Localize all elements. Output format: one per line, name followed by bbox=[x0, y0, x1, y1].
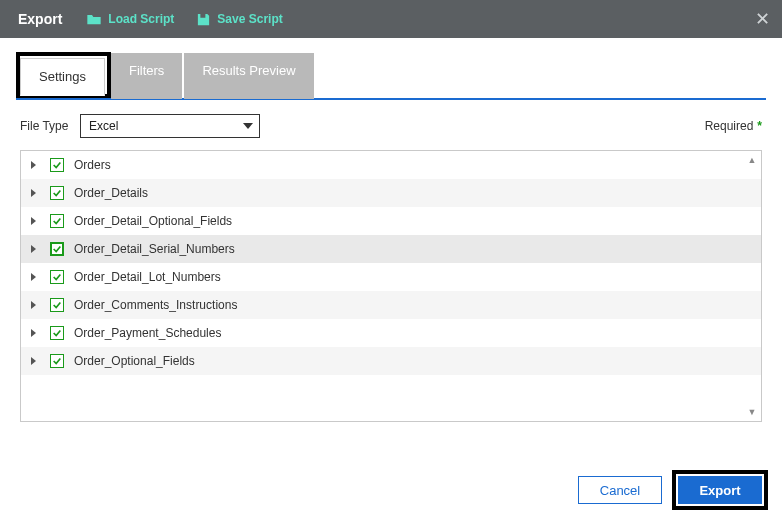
tabs-container: Settings Filters Results Preview bbox=[0, 38, 782, 100]
tree-label: Orders bbox=[74, 158, 111, 172]
dialog-header: Export Load Script Save Script ✕ bbox=[0, 0, 782, 38]
load-script-label: Load Script bbox=[108, 12, 174, 26]
checkbox-order-optional-fields[interactable] bbox=[50, 354, 64, 368]
tab-settings-label: Settings bbox=[39, 69, 86, 84]
export-button-label: Export bbox=[699, 483, 740, 498]
tree-row-order-detail-serial-numbers[interactable]: Order_Detail_Serial_Numbers bbox=[21, 235, 761, 263]
expand-caret-icon[interactable] bbox=[31, 161, 36, 169]
checkbox-order-detail-serial-numbers[interactable] bbox=[50, 242, 64, 256]
tree-row-order-detail-lot-numbers[interactable]: Order_Detail_Lot_Numbers bbox=[21, 263, 761, 291]
dialog-footer: Cancel Export bbox=[578, 470, 768, 510]
load-script-button[interactable]: Load Script bbox=[86, 12, 174, 26]
file-type-label: File Type bbox=[20, 119, 80, 133]
tab-filters[interactable]: Filters bbox=[111, 53, 182, 99]
dialog-title: Export bbox=[18, 11, 62, 27]
export-button[interactable]: Export bbox=[678, 476, 762, 504]
expand-caret-icon[interactable] bbox=[31, 329, 36, 337]
file-type-value: Excel bbox=[89, 119, 118, 133]
expand-caret-icon[interactable] bbox=[31, 273, 36, 281]
required-label: Required bbox=[705, 119, 754, 133]
tree-row-order-detail-optional-fields[interactable]: Order_Detail_Optional_Fields bbox=[21, 207, 761, 235]
checkbox-order-detail-optional-fields[interactable] bbox=[50, 214, 64, 228]
tab-filters-label: Filters bbox=[129, 63, 164, 78]
export-button-highlight: Export bbox=[672, 470, 768, 510]
tree-label: Order_Detail_Lot_Numbers bbox=[74, 270, 221, 284]
file-type-select[interactable]: Excel bbox=[80, 114, 260, 138]
checkbox-order-comments-instructions[interactable] bbox=[50, 298, 64, 312]
export-tree-scroll[interactable]: Orders Order_Details Order_Detail_Option… bbox=[21, 151, 761, 421]
expand-caret-icon[interactable] bbox=[31, 189, 36, 197]
close-icon: ✕ bbox=[755, 9, 770, 29]
file-type-row: File Type Excel Required* bbox=[20, 114, 762, 138]
checkbox-order-detail-lot-numbers[interactable] bbox=[50, 270, 64, 284]
required-star-icon: * bbox=[757, 119, 762, 133]
expand-caret-icon[interactable] bbox=[31, 357, 36, 365]
expand-caret-icon[interactable] bbox=[31, 245, 36, 253]
scroll-up-arrow-icon[interactable]: ▲ bbox=[745, 153, 759, 167]
checkbox-order-payment-schedules[interactable] bbox=[50, 326, 64, 340]
close-button[interactable]: ✕ bbox=[755, 10, 770, 28]
checkbox-orders[interactable] bbox=[50, 158, 64, 172]
save-icon bbox=[196, 12, 211, 27]
tree-label: Order_Payment_Schedules bbox=[74, 326, 221, 340]
scroll-down-arrow-icon[interactable]: ▼ bbox=[745, 405, 759, 419]
tree-row-order-comments-instructions[interactable]: Order_Comments_Instructions bbox=[21, 291, 761, 319]
save-script-label: Save Script bbox=[217, 12, 282, 26]
settings-tab-highlight: Settings bbox=[16, 52, 111, 98]
tree-row-order-details[interactable]: Order_Details bbox=[21, 179, 761, 207]
tree-label: Order_Detail_Optional_Fields bbox=[74, 214, 232, 228]
checkbox-order-details[interactable] bbox=[50, 186, 64, 200]
tab-results-preview-label: Results Preview bbox=[202, 63, 295, 78]
settings-panel: File Type Excel Required* ▲ Orders bbox=[0, 100, 782, 428]
cancel-button[interactable]: Cancel bbox=[578, 476, 662, 504]
chevron-down-icon bbox=[243, 123, 253, 129]
tree-label: Order_Details bbox=[74, 186, 148, 200]
tab-results-preview[interactable]: Results Preview bbox=[184, 53, 313, 99]
expand-caret-icon[interactable] bbox=[31, 301, 36, 309]
required-indicator: Required* bbox=[705, 119, 762, 133]
tree-label: Order_Comments_Instructions bbox=[74, 298, 237, 312]
folder-open-icon bbox=[86, 12, 102, 26]
tree-row-order-optional-fields[interactable]: Order_Optional_Fields bbox=[21, 347, 761, 375]
tree-row-orders[interactable]: Orders bbox=[21, 151, 761, 179]
save-script-button[interactable]: Save Script bbox=[196, 12, 282, 27]
tree-row-order-payment-schedules[interactable]: Order_Payment_Schedules bbox=[21, 319, 761, 347]
tree-label: Order_Optional_Fields bbox=[74, 354, 195, 368]
tabs: Settings Filters Results Preview bbox=[16, 52, 766, 100]
cancel-button-label: Cancel bbox=[600, 483, 640, 498]
expand-caret-icon[interactable] bbox=[31, 217, 36, 225]
tree-label: Order_Detail_Serial_Numbers bbox=[74, 242, 235, 256]
tab-settings[interactable]: Settings bbox=[20, 58, 105, 96]
export-tree-panel: ▲ Orders Order_Details Order_Detail_Opti… bbox=[20, 150, 762, 422]
